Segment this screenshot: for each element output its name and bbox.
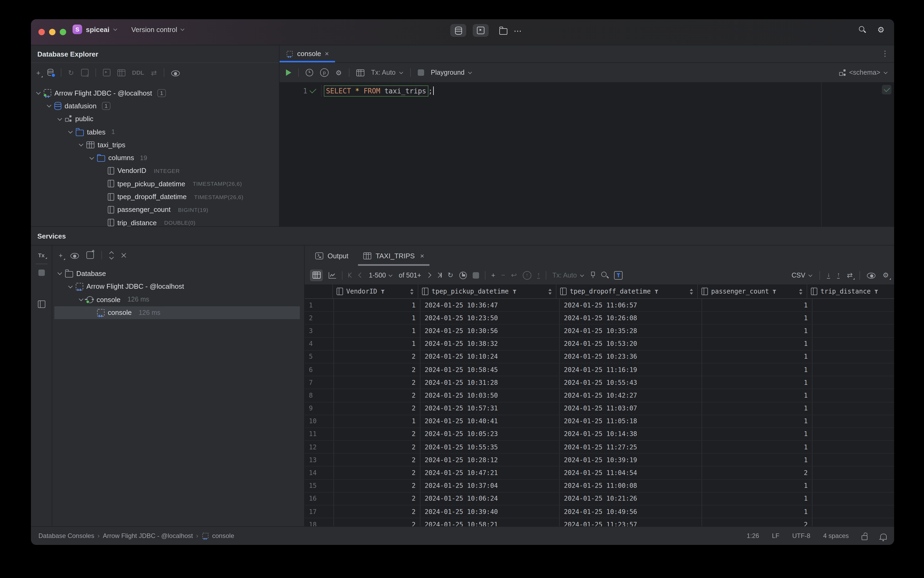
row-number-cell[interactable]: 9 [305,402,334,414]
caret-position[interactable]: 1:26 [747,532,759,539]
reload-page-icon[interactable]: ↻ [447,272,454,279]
grid-cell-distance[interactable]: 11.99 [812,441,894,453]
grid-cell-dropoff[interactable]: 2024-01-25 10:35:28 [559,325,702,337]
grid-cell-distance[interactable]: 1.47 [812,518,894,526]
row-number-cell[interactable]: 12 [305,441,334,453]
filter-funnel-icon[interactable] [874,289,878,293]
table-row[interactable]: 412024-01-25 10:38:322024-01-25 10:53:20… [305,338,894,351]
next-page-icon[interactable] [426,273,431,278]
tree-item-trip-distance[interactable]: trip_distanceDOUBLE(0) [31,216,279,226]
grid-cell-distance[interactable]: 2.9 [812,299,894,311]
table-row[interactable]: 522024-01-25 10:10:242024-01-25 10:23:36… [305,351,894,364]
grid-cell-vendor[interactable]: 2 [334,428,420,440]
breadcrumb-item[interactable]: Arrow Flight JDBC - @localhost [103,532,193,539]
data-source-properties-icon[interactable] [47,69,53,76]
table-row[interactable]: 722024-01-25 10:31:282024-01-25 10:55:43… [305,376,894,389]
sql-statement[interactable]: SELECT * FROM taxi_trips [324,85,428,96]
grid-cell-pickup[interactable]: 2024-01-25 10:58:21 [420,518,559,526]
open-console-icon[interactable] [86,252,94,259]
tree-item-passenger-count[interactable]: passenger_countBIGINT(19) [31,203,279,216]
tab-taxi-trips[interactable]: TAXI_TRIPS× [357,246,431,266]
grid-cell-distance[interactable]: 0.75 [812,454,894,466]
grid-cell-pickup[interactable]: 2024-01-25 10:38:32 [420,338,559,350]
chevron-down-icon[interactable] [90,156,94,160]
grid-cell-vendor[interactable]: 2 [334,441,420,453]
project-folder-icon[interactable] [499,28,507,34]
maximize-window-button[interactable] [60,29,66,35]
grid-cell-dropoff[interactable]: 2024-01-25 11:05:18 [559,415,702,427]
history-icon[interactable] [306,69,313,76]
grid-cell-passengers[interactable]: 2 [702,518,812,526]
column-header-vendorid[interactable]: VendorID [333,284,418,298]
grid-cell-dropoff[interactable]: 2024-01-25 10:39:19 [559,454,702,466]
grid-cell-vendor[interactable]: 2 [334,351,420,363]
console-settings-gear-icon[interactable]: ⚙ [336,69,342,76]
table-row[interactable]: 1012024-01-25 10:40:412024-01-25 11:05:1… [305,415,894,428]
grid-cell-dropoff[interactable]: 2024-01-25 11:00:08 [559,479,702,492]
grid-cell-vendor[interactable]: 1 [334,312,420,324]
table-row[interactable]: 1222024-01-25 10:55:352024-01-25 11:27:2… [305,441,894,454]
row-number-cell[interactable]: 3 [305,325,334,337]
schema-select[interactable]: <schema> [839,69,888,76]
row-number-cell[interactable]: 15 [305,479,334,492]
auto-refresh-icon[interactable] [459,271,467,279]
grid-cell-dropoff[interactable]: 2024-01-25 10:42:27 [559,389,702,402]
search-in-grid-icon[interactable] [601,272,608,279]
tree-item-datafusion[interactable]: datafusion1 [31,99,279,113]
grid-cell-distance[interactable]: 1.8 [812,415,894,427]
grid-cell-dropoff[interactable]: 2024-01-25 10:14:38 [559,428,702,440]
page-range-select[interactable]: 1-500 [369,271,393,279]
grid-cell-passengers[interactable]: 1 [702,376,812,388]
row-number-cell[interactable]: 14 [305,467,334,479]
grid-cell-dropoff[interactable]: 2024-01-25 11:27:25 [559,441,702,453]
grid-cell-distance[interactable]: 0.4 [812,312,894,324]
grid-cell-passengers[interactable]: 1 [702,493,812,505]
tree-item-arrow-flight-jdbc-localhost[interactable]: Arrow Flight JDBC - @localhost [54,280,300,293]
table-row[interactable]: 1322024-01-25 10:28:122024-01-25 10:39:1… [305,454,894,467]
row-number-cell[interactable]: 18 [305,518,334,526]
grid-cell-vendor[interactable]: 2 [334,479,420,492]
lock-icon[interactable] [862,535,867,540]
close-tab-icon[interactable]: × [325,50,329,58]
grid-cell-pickup[interactable]: 2024-01-25 10:30:56 [420,325,559,337]
last-page-icon[interactable] [437,273,442,278]
grid-cell-vendor[interactable]: 2 [334,402,420,414]
grid-cell-pickup[interactable]: 2024-01-25 10:06:24 [420,493,559,505]
line-separator[interactable]: LF [772,532,780,539]
grid-cell-vendor[interactable]: 2 [334,467,420,479]
grid-cell-passengers[interactable]: 1 [702,402,812,414]
search-everywhere-icon[interactable] [859,26,866,33]
import-icon[interactable]: ↓ [827,272,830,279]
grid-cell-passengers[interactable]: 1 [702,312,812,324]
grid-cell-distance[interactable]: 0.98 [812,493,894,505]
show-options-icon[interactable] [70,253,79,258]
grid-cell-pickup[interactable]: 2024-01-25 10:57:31 [420,402,559,414]
grid-cell-dropoff[interactable]: 2024-01-25 11:04:54 [559,467,702,479]
row-number-cell[interactable]: 8 [305,389,334,402]
view-options-icon[interactable] [171,70,180,76]
tree-item-tpep-pickup-datetime[interactable]: tpep_pickup_datetimeTIMESTAMP(26,6) [31,177,279,190]
chevron-down-icon[interactable] [79,143,83,147]
grid-cell-pickup[interactable]: 2024-01-25 10:31:28 [420,376,559,388]
grid-cell-passengers[interactable]: 1 [702,505,812,518]
table-view-icon[interactable] [356,69,364,76]
row-number-cell[interactable]: 6 [305,364,334,376]
grid-cell-passengers[interactable]: 1 [702,299,812,311]
chevron-down-icon[interactable] [79,297,83,302]
close-tab-icon[interactable]: × [420,252,424,260]
grid-cell-pickup[interactable]: 2024-01-25 10:28:12 [420,454,559,466]
row-number-cell[interactable]: 7 [305,376,334,388]
column-header-tpep-pickup-datetime[interactable]: tpep_pickup_datetime [418,284,556,298]
tab-options-kebab-icon[interactable]: ⋮ [881,49,889,58]
indent-style[interactable]: 4 spaces [823,532,849,539]
delete-row-icon[interactable]: − [501,272,505,279]
table-row[interactable]: 1822024-01-25 10:58:212024-01-25 11:23:5… [305,518,894,526]
table-row[interactable]: 1422024-01-25 10:47:212024-01-25 11:04:5… [305,467,894,479]
tree-item-tpep-dropoff-datetime[interactable]: tpep_dropoff_datetimeTIMESTAMP(26,6) [31,190,279,203]
chevron-down-icon[interactable] [47,104,51,108]
grid-cell-distance[interactable]: 18.6 [812,389,894,402]
table-row[interactable]: 822024-01-25 10:03:502024-01-25 10:42:27… [305,389,894,402]
tree-item-console[interactable]: console126 ms [54,293,300,306]
chevron-down-icon[interactable] [68,284,73,289]
grid-cell-dropoff[interactable]: 2024-01-25 10:21:26 [559,493,702,505]
